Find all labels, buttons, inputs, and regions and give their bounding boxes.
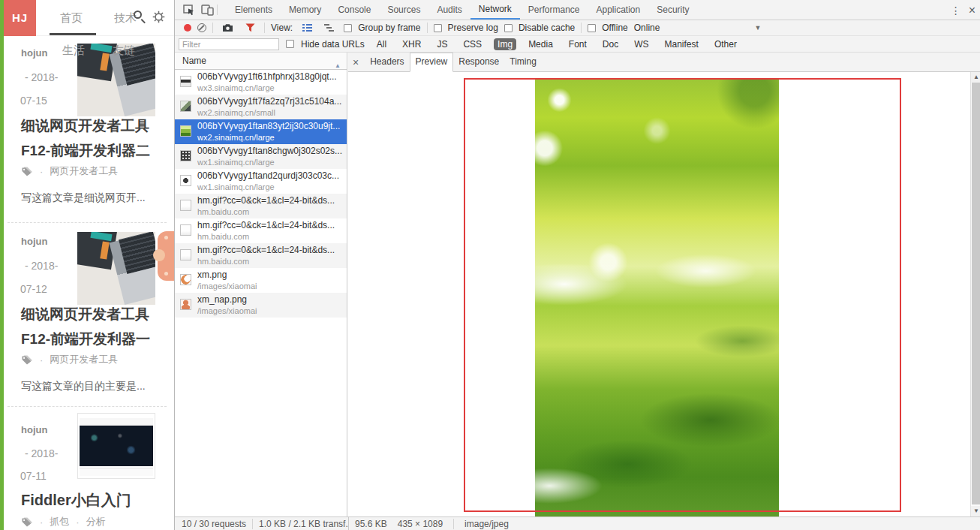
inspect-element-glyph xyxy=(183,5,195,16)
tag-icon xyxy=(21,517,33,527)
search-icon[interactable] xyxy=(134,11,142,19)
nav-item-secondary-1[interactable]: 生活 xyxy=(62,44,85,58)
capture-screenshots-icon[interactable] xyxy=(219,21,236,35)
request-row[interactable]: xm.png/images/xiaomai xyxy=(175,268,347,293)
devtools-tab-application[interactable]: Application xyxy=(588,0,649,20)
request-row[interactable]: hm.gif?cc=0&ck=1&cl=24-bit&ds...hm.baidu… xyxy=(175,218,347,243)
inspect-element-icon[interactable] xyxy=(181,3,197,17)
offline-checkbox[interactable] xyxy=(588,24,596,32)
device-toolbar-glyph xyxy=(201,5,214,16)
devtools-tab-elements[interactable]: Elements xyxy=(227,0,281,20)
filter-type-js[interactable]: JS xyxy=(433,38,451,50)
post-tags: ·抓包·分析 xyxy=(21,515,106,528)
request-row[interactable]: 006bYVyvgy1ft61hfphrxj318g0jqt...wx3.sin… xyxy=(175,70,347,95)
filter-type-media[interactable]: Media xyxy=(525,38,557,50)
throttling-select[interactable]: Online xyxy=(634,23,660,33)
tag-icon xyxy=(21,355,33,365)
post-author[interactable]: hojun xyxy=(21,424,47,435)
post-thumbnail[interactable] xyxy=(77,232,155,305)
post-tags: ·网页开发者工具 xyxy=(21,353,118,366)
post-excerpt: 写这篇文章的目的主要是... xyxy=(21,380,146,393)
nav-item-1[interactable]: 首页 xyxy=(60,11,83,26)
detail-tab-headers[interactable]: Headers xyxy=(365,53,409,71)
detail-tab-timing[interactable]: Timing xyxy=(504,53,542,71)
filter-input[interactable] xyxy=(179,38,279,50)
clear-network-log-icon[interactable] xyxy=(197,23,206,32)
devtools-tab-audits[interactable]: Audits xyxy=(428,0,470,20)
devtools-tab-security[interactable]: Security xyxy=(648,0,697,20)
detail-tab-response[interactable]: Response xyxy=(453,53,504,71)
preview-scrollbar[interactable]: ▲ ▼ xyxy=(970,72,980,516)
record-network-log-button[interactable] xyxy=(184,24,191,32)
filter-type-css[interactable]: CSS xyxy=(459,38,485,50)
filter-type-doc[interactable]: Doc xyxy=(599,38,622,50)
filter-icon[interactable] xyxy=(242,21,258,35)
waterfall-overview-icon[interactable] xyxy=(321,21,338,35)
group-by-frame-checkbox[interactable] xyxy=(344,24,352,32)
request-text: hm.gif?cc=0&ck=1&cl=24-bit&ds...hm.baidu… xyxy=(197,220,344,242)
nav-item-secondary-2[interactable]: 友链 xyxy=(113,44,135,58)
filter-type-font[interactable]: Font xyxy=(565,38,591,50)
hide-data-urls-checkbox[interactable] xyxy=(286,40,294,48)
toolbar-divider xyxy=(217,5,218,15)
previewed-image xyxy=(535,78,779,516)
post-title-line: F12-前端开发利器一 xyxy=(21,327,150,351)
post-thumbnail[interactable] xyxy=(77,413,155,479)
request-row[interactable]: hm.gif?cc=0&ck=1&cl=24-bit&ds...hm.baidu… xyxy=(175,243,347,268)
request-row[interactable]: 006bYVyvgy1ftan8chgw0j302s02s...wx1.sina… xyxy=(175,144,347,169)
grid-glyph xyxy=(302,24,312,32)
filter-type-xhr[interactable]: XHR xyxy=(398,38,425,50)
post-author[interactable]: hojun xyxy=(21,236,47,247)
close-devtools-icon[interactable]: × xyxy=(969,4,975,17)
device-toolbar-icon[interactable] xyxy=(199,3,215,17)
filter-type-other[interactable]: Other xyxy=(711,38,741,50)
devtools-tabbar-right: ⋮ × xyxy=(951,0,975,20)
post-author[interactable]: hojun xyxy=(21,47,47,59)
gear-icon[interactable] xyxy=(152,11,165,26)
file-thumbnail-icon xyxy=(180,76,191,87)
name-column-header[interactable]: Name ▲ xyxy=(175,53,347,70)
more-options-icon[interactable]: ⋮ xyxy=(951,5,961,17)
post-tag[interactable]: 分析 xyxy=(86,515,106,528)
request-row[interactable]: 006bYVyvgy1ft7fa2zq7rj31c5104a...wx2.sin… xyxy=(175,95,347,119)
scrollbar-thumb[interactable] xyxy=(972,83,980,504)
request-domain: /images/xiaomai xyxy=(197,281,344,291)
request-row[interactable]: 006bYVyvgy1ftand2qurdj303c03c...wx1.sina… xyxy=(175,169,347,194)
devtools-tab-performance[interactable]: Performance xyxy=(520,0,588,20)
file-thumbnail-icon xyxy=(180,274,191,285)
floating-widget[interactable] xyxy=(158,231,174,281)
request-name: hm.gif?cc=0&ck=1&cl=24-bit&ds... xyxy=(197,245,344,256)
filter-type-img[interactable]: Img xyxy=(494,38,516,50)
disable-cache-checkbox[interactable] xyxy=(504,24,513,32)
post-tag[interactable]: 网页开发者工具 xyxy=(50,353,118,366)
post-date-line1: - 2018- xyxy=(25,260,58,272)
detail-tab-preview[interactable]: Preview xyxy=(410,53,454,72)
filter-type-manifest[interactable]: Manifest xyxy=(661,38,702,50)
preserve-log-checkbox[interactable] xyxy=(434,24,442,32)
devtools-tab-console[interactable]: Console xyxy=(329,0,379,20)
request-row[interactable]: 006bYVyvgy1ftan83yt2ij30c30u9jt...wx2.si… xyxy=(175,119,347,144)
site-logo[interactable]: HJ xyxy=(4,0,36,36)
request-name: xm_nap.png xyxy=(197,294,344,306)
request-row[interactable]: hm.gif?cc=0&ck=1&cl=24-bit&ds...hm.baidu… xyxy=(175,194,347,218)
devtools-tab-network[interactable]: Network xyxy=(470,0,520,20)
funnel-glyph xyxy=(245,23,255,32)
request-text: 006bYVyvgy1ftan83yt2ij30c30u9jt...wx2.si… xyxy=(197,121,344,143)
devtools-tab-sources[interactable]: Sources xyxy=(379,0,428,20)
request-row[interactable]: xm_nap.png/images/xiaomai xyxy=(175,293,347,318)
filter-type-all[interactable]: All xyxy=(373,38,390,50)
post-title[interactable]: 细说网页开发者工具F12-前端开发利器一 xyxy=(21,302,150,351)
scroll-up-icon[interactable]: ▲ xyxy=(971,72,980,83)
request-domain: wx2.sinaimq.cn/large xyxy=(197,132,344,143)
scroll-down-icon[interactable]: ▼ xyxy=(971,506,980,516)
post-tag[interactable]: 抓包 xyxy=(50,515,69,528)
request-detail-pane: × HeadersPreviewResponseTiming ▲ ▼ xyxy=(348,53,980,516)
post-title[interactable]: Fiddler小白入门 xyxy=(21,488,131,513)
large-rows-view-icon[interactable] xyxy=(299,21,315,35)
chevron-down-icon[interactable]: ▼ xyxy=(754,24,761,32)
close-detail-icon[interactable]: × xyxy=(353,56,359,68)
devtools-tab-memory[interactable]: Memory xyxy=(281,0,329,20)
post-title[interactable]: 细说网页开发者工具F12-前端开发利器二 xyxy=(21,113,150,163)
filter-type-ws[interactable]: WS xyxy=(630,38,652,50)
post-tag[interactable]: 网页开发者工具 xyxy=(50,164,118,178)
